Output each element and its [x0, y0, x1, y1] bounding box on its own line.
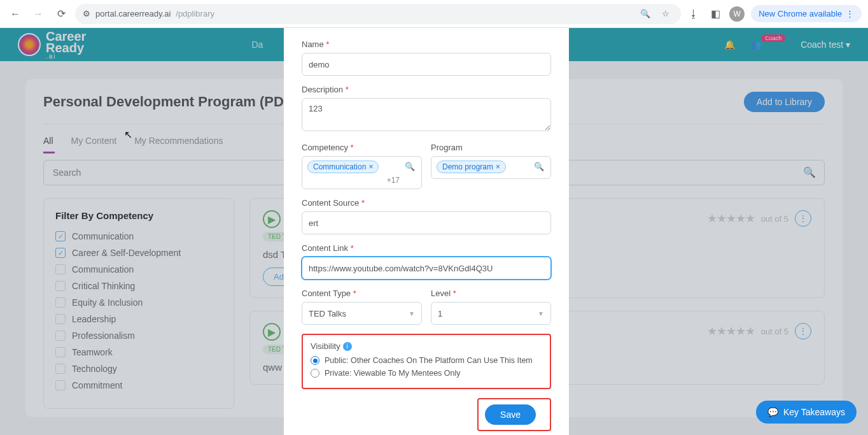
competency-select[interactable]: Communication× 🔍 +17 — [302, 156, 422, 189]
program-select[interactable]: Demo program× 🔍 — [431, 156, 551, 179]
chat-icon: 💬 — [767, 407, 778, 417]
name-label: Name * — [302, 39, 551, 49]
chip-remove-icon[interactable]: × — [496, 162, 500, 171]
radio-unchecked-icon — [311, 369, 319, 378]
content-type-select[interactable]: TED Talks▼ — [302, 302, 422, 325]
add-content-modal: Name * Description * 123 Competency * Co… — [284, 28, 569, 435]
visibility-section: Visibility i Public: Other Coaches On Th… — [302, 334, 551, 389]
visibility-public-option[interactable]: Public: Other Coaches On The Platform Ca… — [311, 356, 542, 365]
downloads-icon[interactable]: ⭳ — [686, 6, 701, 22]
back-button[interactable]: ← — [6, 5, 24, 23]
search-icon[interactable]: 🔍 — [405, 162, 415, 171]
competency-chip[interactable]: Communication× — [307, 160, 379, 173]
forward-button[interactable]: → — [29, 5, 47, 23]
content-type-label: Content Type * — [302, 289, 422, 298]
info-icon[interactable]: i — [343, 342, 352, 351]
level-select[interactable]: 1▼ — [431, 302, 551, 325]
program-chip[interactable]: Demo program× — [437, 160, 506, 173]
panel-icon[interactable]: ◧ — [708, 6, 723, 22]
description-input[interactable]: 123 — [302, 98, 551, 131]
chevron-down-icon: ▼ — [409, 310, 415, 317]
content-source-input[interactable] — [302, 211, 551, 234]
program-label: Program — [431, 143, 551, 152]
key-takeaways-button[interactable]: 💬 Key Takeaways — [756, 401, 857, 424]
content-link-input[interactable] — [302, 257, 551, 280]
kebab-icon: ⋮ — [846, 9, 854, 18]
competency-more-count: +17 — [307, 176, 416, 185]
bookmark-icon[interactable]: ☆ — [658, 6, 673, 22]
url-host: portal.careerready.ai — [95, 9, 171, 18]
site-settings-icon[interactable]: ⚙ — [83, 9, 90, 18]
chevron-down-icon: ▼ — [538, 310, 544, 317]
content-source-label: Content Source * — [302, 198, 551, 208]
browser-toolbar: ← → ⟳ ⚙ portal.careerready.ai/pdplibrary… — [0, 0, 868, 28]
radio-checked-icon — [311, 356, 319, 365]
visibility-private-option[interactable]: Private: Viewable To My Mentees Only — [311, 369, 542, 378]
save-highlight-box: Save — [477, 398, 551, 431]
description-label: Description * — [302, 85, 551, 94]
chip-remove-icon[interactable]: × — [368, 162, 373, 171]
reload-button[interactable]: ⟳ — [52, 5, 70, 23]
competency-label: Competency * — [302, 143, 422, 152]
address-bar[interactable]: ⚙ portal.careerready.ai/pdplibrary 🔍 ☆ — [75, 4, 681, 24]
search-icon[interactable]: 🔍 — [534, 162, 544, 171]
name-input[interactable] — [302, 53, 551, 76]
save-button[interactable]: Save — [485, 404, 536, 425]
url-path: /pdplibrary — [176, 9, 214, 18]
content-link-label: Content Link * — [302, 243, 551, 253]
profile-avatar[interactable]: W — [729, 6, 745, 22]
visibility-label: Visibility — [311, 341, 340, 351]
zoom-icon[interactable]: 🔍 — [638, 6, 653, 22]
level-label: Level * — [431, 289, 551, 298]
chrome-update-button[interactable]: New Chrome available ⋮ — [751, 5, 862, 22]
